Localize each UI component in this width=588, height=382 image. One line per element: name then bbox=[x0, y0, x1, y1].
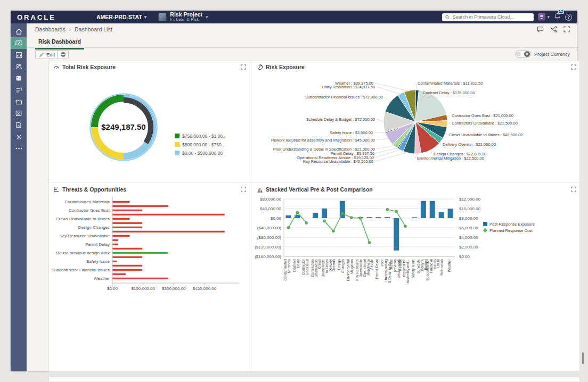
svg-text:$10,000.00: $10,000.00 bbox=[459, 206, 481, 211]
sidebar-item-workspaces[interactable] bbox=[11, 72, 27, 84]
svg-text:$40,000.00: $40,000.00 bbox=[260, 206, 282, 211]
dashboard-grid: Total Risk Exposure $249,187.50$750,000.… bbox=[48, 61, 580, 372]
svg-text:Safety Issue: Safety Issue bbox=[86, 259, 110, 264]
svg-text:$6,000.00: $6,000.00 bbox=[459, 226, 478, 230]
svg-text:assembly and...: assembly and... bbox=[406, 259, 410, 284]
svg-text:($120,000.00): ($120,000.00) bbox=[255, 245, 281, 250]
svg-text:Airside: Airside bbox=[370, 259, 373, 270]
sidebar-item-dashboards[interactable] bbox=[11, 37, 27, 49]
help-icon[interactable]: ? bbox=[565, 14, 572, 21]
widget-title: Total Risk Exposure bbox=[62, 64, 116, 70]
print-button[interactable] bbox=[57, 50, 69, 59]
expand-widget-button[interactable] bbox=[571, 62, 576, 72]
svg-text:Permit Delay: Permit Delay bbox=[375, 259, 379, 279]
svg-text:Delivery Overrun : $21,000.00: Delivery Overrun : $21,000.00 bbox=[443, 142, 496, 147]
tab-bar: Risk Dashboard bbox=[27, 35, 577, 48]
share-button[interactable] bbox=[550, 25, 557, 35]
sidebar-item-settings[interactable] bbox=[11, 131, 27, 143]
svg-text:Key Resource Unavailable: Key Resource Unavailable bbox=[60, 234, 110, 238]
svg-text:$8,000.00: $8,000.00 bbox=[459, 216, 478, 221]
sidebar-item-portfolios[interactable] bbox=[11, 49, 27, 61]
horizontal-bar-chart: $0.00$150,000.00$300,000.00$450,000.00Co… bbox=[50, 192, 249, 306]
sidebar-item-directory[interactable] bbox=[11, 107, 27, 119]
svg-text:Mitigation: Mitigation bbox=[350, 259, 354, 274]
svg-text:Changes: Changes bbox=[341, 259, 345, 273]
chevron-down-icon: ▾ bbox=[206, 14, 208, 20]
dashboard-icon bbox=[15, 39, 23, 47]
svg-text:$80,000.00: $80,000.00 bbox=[260, 197, 282, 202]
sidebar-item-resources[interactable] bbox=[11, 61, 27, 72]
bar-line-chart: $80,000.00$12,000.00$40,000.00$10,000.00… bbox=[252, 192, 581, 356]
breadcrumb-dashboard-list[interactable]: Dashboard List bbox=[75, 26, 112, 32]
project-currency-label: Project Currency bbox=[534, 52, 570, 57]
svg-text:Crews Unavailable to Illnees: Crews Unavailable to Illnees bbox=[56, 217, 110, 221]
svg-text:Contractors Unavailable : $22,: Contractors Unavailable : $22,500.00 bbox=[452, 121, 518, 126]
sidebar-item-more[interactable] bbox=[11, 143, 27, 154]
svg-text:Subcontractor Financial Issues: Subcontractor Financial Issues bbox=[52, 268, 110, 272]
svg-text:$750,000.00 - $1,00..: $750,000.00 - $1,00.. bbox=[182, 134, 225, 139]
people-icon bbox=[15, 63, 23, 71]
widget-threats-opportunities: Threats & Opportunities $0.00$150,000.00… bbox=[49, 184, 250, 372]
task-list-icon bbox=[15, 86, 23, 94]
notifications-button[interactable]: 12 bbox=[554, 12, 561, 22]
chevron-right-icon: › bbox=[69, 27, 71, 32]
svg-text:$300,000.00: $300,000.00 bbox=[162, 286, 186, 291]
edit-button[interactable]: Edit bbox=[35, 50, 59, 59]
svg-text:Delay: Delay bbox=[296, 259, 300, 268]
svg-text:Crews Unavailable to Illnees :: Crews Unavailable to Illnees : $40,500.0… bbox=[449, 132, 522, 137]
expand-icon bbox=[571, 64, 576, 70]
sidebar-item-reports[interactable] bbox=[11, 119, 27, 131]
widget-risk-exposure: Risk Exposure Contaminated Materials : $… bbox=[252, 61, 581, 181]
project-currency-toggle[interactable]: ✕ bbox=[515, 51, 531, 57]
portfolio-chart-icon bbox=[15, 51, 23, 59]
global-search bbox=[442, 13, 534, 21]
svg-text:Planned Response Cost: Planned Response Cost bbox=[489, 228, 533, 233]
svg-text:Materials: Materials bbox=[287, 259, 291, 273]
tab-risk-dashboard[interactable]: Risk Dashboard bbox=[35, 37, 84, 49]
column-divider bbox=[251, 61, 251, 372]
project-selector[interactable]: Risk Project In: Lean & Risk ▾ bbox=[158, 12, 208, 22]
svg-text:Contaminated Materials: Contaminated Materials bbox=[65, 200, 110, 204]
avatar bbox=[538, 13, 545, 21]
comment-button[interactable] bbox=[537, 25, 544, 35]
svg-text:$0.00: $0.00 bbox=[107, 286, 118, 291]
top-bar: ORACLE AMER-PRD-STAT ▾ Risk Project In: … bbox=[11, 11, 577, 23]
toggle-off-icon: ✕ bbox=[524, 51, 530, 57]
svg-text:Environmental Mitigation : $22: Environmental Mitigation : $22,500.00 bbox=[417, 156, 484, 161]
svg-text:Overrun: Overrun bbox=[332, 259, 336, 272]
sidebar-item-files[interactable] bbox=[11, 96, 27, 107]
folder-icon bbox=[15, 98, 23, 106]
app-window: ORACLE AMER-PRD-STAT ▾ Risk Project In: … bbox=[11, 11, 577, 371]
svg-text:Design Changes: Design Changes bbox=[78, 225, 110, 230]
svg-text:($80,000.00): ($80,000.00) bbox=[257, 235, 282, 240]
svg-text:Weather: Weather bbox=[94, 276, 110, 281]
expand-widget-button[interactable] bbox=[241, 62, 246, 72]
svg-text:$249,187.50: $249,187.50 bbox=[101, 122, 145, 131]
svg-text:Relocation: Relocation bbox=[440, 259, 444, 276]
oracle-logo: ORACLE bbox=[17, 13, 56, 21]
breadcrumb-dashboards[interactable]: Dashboards bbox=[35, 26, 66, 32]
workspace-selector[interactable]: AMER-PRD-STAT ▾ bbox=[96, 14, 146, 20]
fullscreen-button[interactable] bbox=[564, 25, 570, 35]
svg-text:Permit Delay: Permit Delay bbox=[85, 242, 110, 247]
svg-text:Reuse previous design work: Reuse previous design work bbox=[56, 251, 110, 255]
svg-text:$2,000.00: $2,000.00 bbox=[459, 245, 478, 250]
svg-text:Safety Issue : $3,500.00: Safety Issue : $3,500.00 bbox=[330, 130, 373, 135]
user-menu[interactable]: ▾ bbox=[538, 13, 550, 21]
svg-text:($40,000.00): ($40,000.00) bbox=[257, 226, 282, 230]
vertical-scrollbar-thumb[interactable] bbox=[582, 352, 584, 364]
svg-text:Post-Response Exposure: Post-Response Exposure bbox=[489, 222, 535, 227]
sidebar-item-home[interactable] bbox=[11, 26, 27, 37]
project-thumbnail bbox=[158, 13, 167, 21]
chevron-down-icon: ▾ bbox=[547, 14, 550, 20]
svg-text:Schedule Delay & Budget : $72,: Schedule Delay & Budget : $72,000.00 bbox=[306, 117, 375, 122]
sidebar-item-activities[interactable] bbox=[11, 84, 27, 96]
row-divider bbox=[49, 182, 581, 183]
search-input[interactable] bbox=[453, 14, 531, 20]
gauge-icon bbox=[53, 64, 60, 70]
svg-text:Safety Issue: Safety Issue bbox=[411, 259, 415, 278]
svg-text:Contractor Goes Bust : $21,000: Contractor Goes Bust : $21,000.00 bbox=[452, 113, 513, 118]
comment-icon bbox=[537, 26, 544, 32]
tile-icon bbox=[15, 74, 22, 82]
expand-icon bbox=[241, 64, 246, 70]
